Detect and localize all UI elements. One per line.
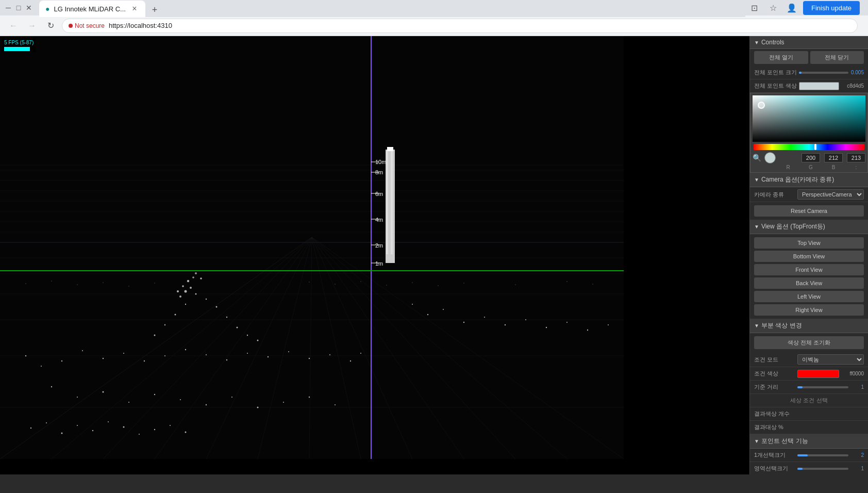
back-button[interactable]: ← (6, 19, 21, 33)
camera-chevron: ▼ (754, 177, 759, 183)
reload-button[interactable]: ↻ (43, 19, 58, 33)
svg-point-128 (123, 426, 125, 428)
condition-color-row: 조건 색상 ff0000 (750, 367, 868, 381)
svg-point-94 (200, 277, 202, 280)
select-size-slider[interactable] (797, 454, 848, 456)
address-bar[interactable]: Not secure https://localhost:4310 (62, 19, 858, 33)
svg-point-73 (309, 397, 310, 398)
color-section-header[interactable]: ▼ 부분 색상 변경 (750, 319, 868, 333)
svg-point-76 (164, 324, 165, 325)
svg-point-126 (92, 430, 93, 431)
svg-point-53 (185, 349, 186, 350)
hue-bar[interactable] (754, 144, 864, 150)
selection-header[interactable]: ▼ 포인트 선택 기능 (750, 434, 868, 449)
top-view-button[interactable]: Top View (754, 237, 864, 249)
svg-point-97 (443, 309, 444, 310)
svg-point-62 (360, 353, 361, 354)
condition-mode-select[interactable]: 이벡놈 (797, 354, 864, 365)
maximize-button[interactable]: □ (14, 4, 23, 12)
select-size-value: 2 (849, 452, 864, 458)
viewport[interactable]: 5 FPS (5-87) (0, 36, 749, 474)
color-gradient[interactable] (753, 95, 865, 142)
open-all-button[interactable]: 전체 열기 (754, 51, 808, 64)
base-distance-fill (797, 386, 803, 388)
svg-point-98 (463, 322, 464, 323)
svg-point-90 (187, 280, 189, 282)
right-view-button[interactable]: Right View (754, 304, 864, 316)
svg-point-129 (139, 434, 140, 435)
svg-point-93 (195, 272, 197, 274)
base-distance-slider[interactable] (797, 386, 848, 388)
svg-point-117 (438, 285, 439, 286)
bottom-view-button[interactable]: Bottom View (754, 251, 864, 262)
condition-color-label: 조건 색상 (754, 370, 795, 377)
point-color-display[interactable]: c8d4d5 (799, 82, 864, 90)
svg-point-66 (128, 402, 129, 403)
svg-point-61 (350, 360, 351, 361)
svg-point-71 (257, 407, 259, 408)
close-all-button[interactable]: 전체 닫기 (810, 51, 864, 64)
base-distance-label: 기준 거리 (754, 383, 795, 391)
point-color-swatch (799, 82, 839, 90)
svg-text:1m: 1m (375, 260, 383, 267)
reset-camera-container: Reset Camera (750, 202, 868, 220)
profile-button[interactable]: 👤 (784, 1, 799, 15)
region-size-slider[interactable] (797, 468, 848, 470)
svg-point-104 (587, 330, 588, 331)
view-header[interactable]: ▼ View 옵션 (TopFront등) (750, 220, 868, 234)
svg-point-122 (30, 428, 31, 429)
svg-point-45 (25, 355, 26, 356)
svg-point-46 (41, 366, 42, 367)
point-color-label: 전체 포인트 색상 (754, 82, 797, 90)
svg-point-91 (192, 276, 194, 278)
svg-point-113 (335, 284, 336, 285)
active-tab[interactable]: ● LG Innotek MLiDAR C... × (39, 1, 145, 17)
back-view-button[interactable]: Back View (754, 277, 864, 289)
svg-point-80 (206, 299, 207, 300)
colormode-icon: : (847, 165, 865, 170)
new-tab-button[interactable]: + (147, 3, 162, 17)
svg-point-63 (51, 386, 52, 387)
screen-capture-button[interactable]: ⊡ (747, 1, 762, 15)
tab-close-button[interactable]: × (130, 4, 139, 13)
security-indicator: Not secure (69, 22, 105, 29)
close-button[interactable]: ✕ (25, 4, 33, 12)
svg-point-105 (608, 324, 609, 325)
reset-camera-button[interactable]: Reset Camera (754, 205, 864, 217)
region-size-row: 영역선택크기 1 (750, 462, 868, 474)
svg-point-103 (566, 322, 567, 323)
view-buttons: Top View Bottom View Front View Back Vie… (750, 234, 868, 319)
select-size-row: 1개선택크기 2 (750, 449, 868, 462)
eyedropper-button[interactable]: 🔍 (753, 154, 761, 162)
bookmark-button[interactable]: ☆ (766, 1, 780, 15)
result-pct-label: 결과대상 % (754, 423, 795, 431)
camera-type-select[interactable]: PerspectiveCamera (797, 189, 864, 200)
camera-title: Camera 옵션(카메라 종류) (761, 175, 834, 184)
svg-text:2m: 2m (375, 242, 383, 249)
green-input[interactable] (824, 153, 843, 162)
controls-header[interactable]: ▼ Controls (750, 36, 868, 49)
fps-label: 5 FPS (5-87) (4, 39, 34, 46)
finish-update-button[interactable]: Finish update (803, 1, 860, 15)
reset-color-button[interactable]: 색상 전체 조기화 (754, 336, 864, 349)
detail-condition-label: 세상 조건 선택 (754, 397, 864, 404)
condition-color-display[interactable]: ff0000 (797, 370, 864, 378)
left-view-button[interactable]: Left View (754, 291, 864, 302)
center-structure (386, 147, 395, 263)
selection-chevron: ▼ (754, 438, 759, 444)
color-preview (764, 152, 776, 163)
forward-button[interactable]: → (25, 19, 39, 33)
front-view-button[interactable]: Front View (754, 264, 864, 275)
camera-header[interactable]: ▼ Camera 옵션(카메라 종류) (750, 173, 868, 187)
red-input[interactable] (802, 153, 820, 162)
browser-actions: ⊡ ☆ 👤 Finish update (747, 1, 864, 15)
svg-point-47 (61, 360, 62, 361)
point-size-row: 전체 포인트 크기 0.005 (750, 66, 868, 79)
minimize-button[interactable]: ─ (4, 4, 12, 12)
result-count-row: 결과색상 개수 (750, 407, 868, 421)
svg-point-123 (46, 422, 47, 423)
tab-favicon: ● (45, 5, 49, 13)
point-size-slider[interactable] (799, 72, 848, 74)
rgb-labels: R G B : (753, 165, 865, 170)
blue-input[interactable] (847, 153, 865, 162)
